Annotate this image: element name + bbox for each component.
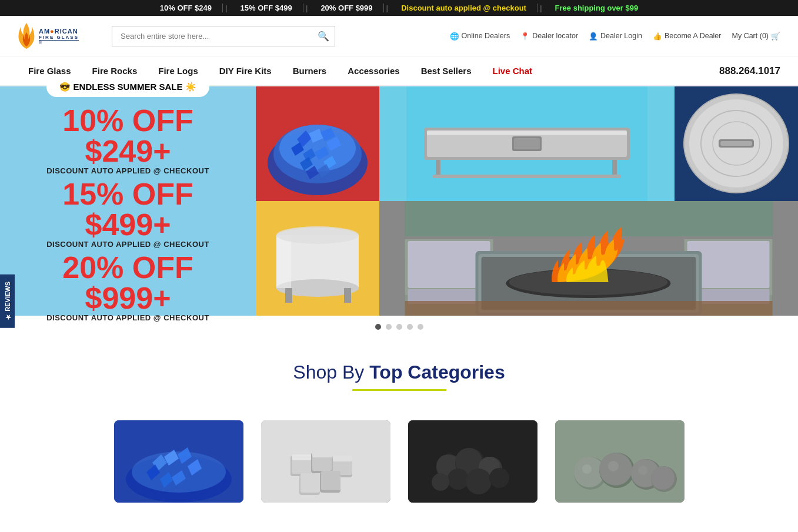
nav-best-sellers[interactable]: Best Sellers: [410, 56, 482, 85]
svg-point-57: [132, 451, 226, 493]
svg-point-93: [582, 464, 592, 474]
promo-3: 20% OFF $999: [310, 4, 383, 12]
logo[interactable]: AM●RICAN FIRE GLASS ®: [18, 22, 100, 50]
online-dealers-label: Online Dealers: [462, 32, 510, 40]
shop-by-section: Shop By Top Categories: [0, 338, 798, 420]
nav-burners[interactable]: Burners: [282, 56, 338, 85]
svg-point-99: [638, 466, 647, 475]
promo-highlight-2: Free shipping over $99: [545, 4, 649, 12]
search-input[interactable]: [112, 26, 335, 46]
become-dealer-label: Become A Dealer: [665, 32, 722, 40]
sale-badge: 😎 ENDLESS SUMMER SALE ☀️: [46, 77, 209, 97]
hero-image-round-lid: [675, 86, 798, 201]
offer-2-sub: DISCOUNT AUTO APPLIED @ CHECKOUT: [18, 240, 238, 249]
sep1: |: [223, 4, 230, 12]
offer-2-line: 15% OFF $499+ DISCOUNT AUTO APPLIED @ CH…: [18, 179, 238, 249]
dealer-login-link[interactable]: 👤 Dealer Login: [589, 32, 642, 41]
carousel-dot-2[interactable]: [386, 324, 392, 330]
offer-1-pct: 10% OFF $249+: [18, 105, 238, 166]
promo-1: 10% OFF $249: [149, 4, 223, 12]
globe-icon: 🌐: [450, 32, 459, 41]
shop-by-title-normal: Shop By: [293, 362, 369, 383]
cart-link[interactable]: My Cart (0) 🛒: [732, 32, 781, 41]
svg-point-89: [489, 468, 509, 488]
shop-by-title: Shop By Top Categories: [24, 362, 774, 383]
svg-rect-20: [514, 138, 540, 149]
offer-2-pct: 15% OFF $499+: [18, 179, 238, 240]
offer-1-line: 10% OFF $249+ DISCOUNT AUTO APPLIED @ CH…: [18, 105, 238, 175]
svg-rect-23: [433, 175, 621, 178]
svg-point-101: [651, 466, 675, 490]
sep3: |: [384, 4, 391, 12]
carousel-dot-1[interactable]: [375, 324, 381, 330]
svg-point-39: [276, 226, 359, 244]
header: AM●RICAN FIRE GLASS ® 🔍 🌐 Online Dealers…: [0, 16, 798, 56]
nav-accessories[interactable]: Accessories: [337, 56, 410, 85]
promo-highlight-1: Discount auto applied @ checkout: [390, 4, 537, 12]
sep4: |: [537, 4, 545, 12]
category-fire-glass[interactable]: [114, 420, 243, 503]
dealer-locator-label: Dealer locator: [532, 32, 578, 40]
svg-rect-74: [333, 456, 352, 461]
category-fire-balls[interactable]: [555, 420, 685, 503]
svg-point-87: [466, 469, 492, 494]
category-fire-rocks[interactable]: [261, 420, 390, 503]
hero-image-burner: [379, 86, 675, 201]
offer-3-sub: DISCOUNT AUTO APPLIED @ CHECKOUT: [18, 313, 238, 322]
search-area: 🔍: [112, 26, 335, 46]
categories-row: [0, 420, 798, 514]
become-dealer-link[interactable]: 👍 Become A Dealer: [653, 32, 722, 41]
hero-sale-panel: 😎 ENDLESS SUMMER SALE ☀️ 10% OFF $249+ D…: [0, 86, 256, 316]
dealer-login-label: Dealer Login: [600, 32, 642, 40]
svg-point-86: [448, 469, 469, 490]
header-links: 🌐 Online Dealers 📍 Dealer locator 👤 Deal…: [450, 32, 781, 41]
carousel-dot-3[interactable]: [396, 324, 402, 330]
cart-label: My Cart (0): [732, 32, 769, 40]
offer-3-pct: 20% OFF $999+: [18, 252, 238, 313]
title-underline: [352, 389, 446, 391]
offer-1-sub: DISCOUNT AUTO APPLIED @ CHECKOUT: [18, 166, 238, 175]
cart-icon: 🛒: [771, 32, 780, 41]
offer-3-line: 20% OFF $999+ DISCOUNT AUTO APPLIED @ CH…: [18, 252, 238, 322]
hero-section: 😎 ENDLESS SUMMER SALE ☀️ 10% OFF $249+ D…: [0, 86, 798, 316]
svg-rect-76: [300, 473, 320, 493]
carousel-dot-4[interactable]: [407, 324, 413, 330]
shop-by-title-bold: Top Categories: [369, 362, 505, 383]
nav-phone: 888.264.1017: [719, 65, 780, 77]
svg-rect-38: [344, 288, 351, 303]
svg-rect-71: [312, 451, 332, 457]
top-banner: 10% OFF $249 | 15% OFF $499 | 20% OFF $9…: [0, 0, 798, 16]
carousel-dot-5[interactable]: [418, 324, 423, 330]
svg-rect-37: [285, 288, 292, 303]
search-button[interactable]: 🔍: [318, 31, 329, 42]
hero-image-fire-pit: [379, 201, 798, 316]
online-dealers-link[interactable]: 🌐 Online Dealers: [450, 32, 510, 41]
dealer-locator-link[interactable]: 📍 Dealer locator: [520, 32, 578, 41]
hero-image-cylinder: [256, 201, 379, 316]
sep2: |: [303, 4, 310, 12]
svg-rect-68: [292, 454, 311, 460]
svg-point-88: [432, 473, 449, 491]
reviews-tab[interactable]: ★ REVIEWS: [0, 275, 15, 328]
hero-container: ★ REVIEWS 😎 ENDLESS SUMMER SALE ☀️ 10% O…: [0, 86, 798, 338]
svg-rect-18: [427, 131, 627, 135]
svg-point-96: [608, 461, 619, 471]
category-lava-rocks[interactable]: [408, 420, 537, 503]
promo-2: 15% OFF $499: [230, 4, 303, 12]
svg-rect-54: [405, 301, 773, 316]
nav-live-chat[interactable]: Live Chat: [482, 56, 543, 85]
svg-rect-78: [321, 471, 340, 490]
location-icon: 📍: [520, 32, 530, 41]
logo-text: AM●RICAN FIRE GLASS ®: [39, 28, 79, 45]
hero-image-fire-glass: [256, 86, 379, 201]
logo-flame-icon: [18, 22, 35, 50]
nav-diy-fire-kits[interactable]: DIY Fire Kits: [209, 56, 282, 85]
user-icon: 👤: [589, 32, 598, 41]
thumbs-up-icon: 👍: [653, 32, 662, 41]
svg-rect-29: [720, 141, 752, 146]
svg-rect-36: [276, 235, 291, 288]
